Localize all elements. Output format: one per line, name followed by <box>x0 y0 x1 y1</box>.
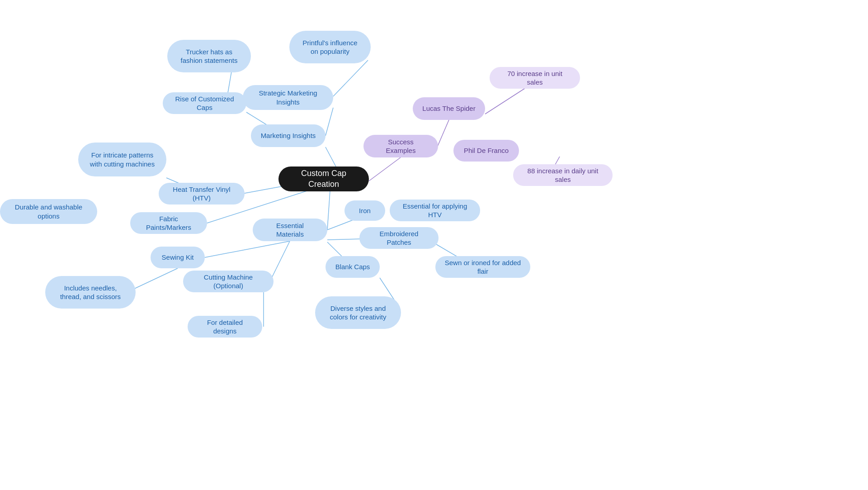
svg-line-21 <box>438 120 449 146</box>
sewing-kit-node: Sewing Kit <box>151 247 205 268</box>
trucker-hats-node: Trucker hats as fashion statements <box>167 40 251 72</box>
fabric-paints-label: Fabric Paints/Markers <box>139 214 198 232</box>
cutting-machine-label: Cutting Machine (Optional) <box>192 273 264 290</box>
svg-line-22 <box>485 88 526 114</box>
embroidered-label: Embroidered Patches <box>368 229 429 247</box>
svg-line-3 <box>326 108 333 136</box>
htv-label: Heat Transfer Vinyl (HTV) <box>168 185 236 203</box>
phil-node: Phil De Franco <box>453 140 519 162</box>
for-detailed-label: For detailed designs <box>197 318 253 336</box>
iron-label: Iron <box>359 206 371 215</box>
iron-node: Iron <box>344 200 385 221</box>
fabric-paints-node: Fabric Paints/Markers <box>130 212 207 234</box>
88-increase-label: 88 increase in daily unit sales <box>522 167 604 184</box>
marketing-insights-label: Marketing Insights <box>261 131 316 140</box>
strategic-marketing-node: Strategic Marketing Insights <box>243 85 333 110</box>
svg-line-1 <box>327 191 330 230</box>
svg-line-18 <box>132 268 178 290</box>
essential-htv-node: Essential for applying HTV <box>390 200 480 221</box>
svg-line-5 <box>333 60 368 96</box>
printful-label: Printful's influence on popularity <box>298 38 362 56</box>
trucker-hats-label: Trucker hats as fashion statements <box>176 48 242 65</box>
success-examples-node: Success Examples <box>363 135 438 157</box>
blank-caps-node: Blank Caps <box>326 256 380 278</box>
svg-line-17 <box>205 241 290 257</box>
rise-customized-node: Rise of Customized Caps <box>163 92 246 114</box>
printful-node: Printful's influence on popularity <box>289 31 371 63</box>
needles-label: Includes needles, thread, and scissors <box>54 284 127 301</box>
diverse-styles-node: Diverse styles and colors for creativity <box>315 296 401 329</box>
strategic-marketing-label: Strategic Marketing Insights <box>252 89 324 106</box>
rise-customized-label: Rise of Customized Caps <box>172 95 237 112</box>
needles-node: Includes needles, thread, and scissors <box>45 276 136 309</box>
htv-node: Heat Transfer Vinyl (HTV) <box>159 183 245 205</box>
intricate-label: For intricate patterns with cutting mach… <box>87 151 157 168</box>
center-node: Custom Cap Creation <box>278 167 369 191</box>
lucas-label: Lucas The Spider <box>422 104 475 113</box>
cutting-machine-node: Cutting Machine (Optional) <box>183 271 274 292</box>
sewing-kit-label: Sewing Kit <box>162 253 194 262</box>
88-increase-node: 88 increase in daily unit sales <box>513 164 613 186</box>
svg-line-2 <box>369 157 401 181</box>
durable-label: Durable and washable options <box>9 203 88 220</box>
center-label: Custom Cap Creation <box>288 168 360 190</box>
lucas-node: Lucas The Spider <box>413 97 485 120</box>
marketing-insights-node: Marketing Insights <box>251 124 326 147</box>
durable-node: Durable and washable options <box>0 199 97 224</box>
sewn-ironed-node: Sewn or ironed for added flair <box>435 256 530 278</box>
essential-htv-label: Essential for applying HTV <box>399 202 471 219</box>
success-examples-label: Success Examples <box>373 138 429 155</box>
intricate-node: For intricate patterns with cutting mach… <box>78 143 166 176</box>
70-increase-label: 70 increase in unit sales <box>499 69 571 87</box>
for-detailed-node: For detailed designs <box>188 316 262 338</box>
diverse-styles-label: Diverse styles and colors for creativity <box>324 304 392 322</box>
70-increase-node: 70 increase in unit sales <box>490 67 580 89</box>
sewn-ironed-label: Sewn or ironed for added flair <box>444 258 521 276</box>
essential-materials-label: Essential Materials <box>262 221 318 239</box>
embroidered-node: Embroidered Patches <box>359 227 439 249</box>
svg-line-19 <box>270 241 290 281</box>
essential-materials-node: Essential Materials <box>253 219 327 241</box>
phil-label: Phil De Franco <box>464 146 509 155</box>
blank-caps-label: Blank Caps <box>335 262 370 271</box>
